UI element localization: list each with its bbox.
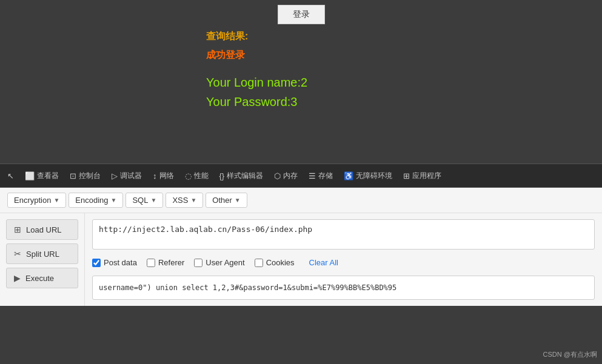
xss-chevron-icon: ▼ <box>190 197 196 204</box>
xss-dropdown[interactable]: XSS ▼ <box>166 193 203 208</box>
success-label: 成功登录 <box>206 49 307 62</box>
clear-all-button[interactable]: Clear All <box>309 258 338 267</box>
style-editor-icon: {} <box>219 171 225 180</box>
split-url-icon: ✂ <box>14 249 21 259</box>
user-agent-label: User Agent <box>206 258 244 267</box>
debugger-icon: ▷ <box>112 171 118 180</box>
query-label: 查询结果: <box>206 30 307 43</box>
tool-panel: Encryption ▼ Encoding ▼ SQL ▼ XSS ▼ Othe… <box>0 188 602 306</box>
post-data-checkbox[interactable] <box>92 259 101 267</box>
devtools-apps[interactable]: ⊞ 应用程序 <box>398 168 446 184</box>
sql-chevron-icon: ▼ <box>150 197 156 204</box>
inspector-label: 查看器 <box>37 171 59 181</box>
referer-checkbox[interactable] <box>147 259 155 267</box>
cookies-checkbox[interactable] <box>255 259 263 267</box>
console-label: 控制台 <box>79 171 101 181</box>
post-data-label: Post data <box>104 258 137 267</box>
other-chevron-icon: ▼ <box>235 197 241 204</box>
sql-label: SQL <box>132 196 148 205</box>
encryption-chevron-icon: ▼ <box>53 197 59 204</box>
devtools-bar: ↖ ⬜ 查看器 ⊡ 控制台 ▷ 调试器 ↕ 网络 ◌ 性能 {} 样式编辑器 ⬡… <box>0 164 602 188</box>
console-icon: ⊡ <box>70 171 76 180</box>
devtools-debugger[interactable]: ▷ 调试器 <box>107 168 147 184</box>
encryption-dropdown[interactable]: Encryption ▼ <box>7 193 66 208</box>
devtools-cursor[interactable]: ↖ <box>2 169 19 183</box>
apps-icon: ⊞ <box>403 171 410 180</box>
login-name-line: Your Login name:2 <box>206 73 307 92</box>
cookies-label: Cookies <box>266 258 295 267</box>
login-box: 登录 <box>278 0 325 24</box>
network-icon: ↕ <box>153 171 157 180</box>
content-area: Post data Referer User Agent Cookies Cle… <box>85 213 602 306</box>
login-info: Your Login name:2 Your Password:3 <box>206 73 307 111</box>
sql-dropdown[interactable]: SQL ▼ <box>125 193 163 208</box>
performance-label: 性能 <box>194 171 209 181</box>
apps-label: 应用程序 <box>412 171 441 181</box>
load-url-button[interactable]: ⊞ Load URL <box>6 219 78 240</box>
encryption-label: Encryption <box>14 196 51 205</box>
accessibility-label: 无障碍环境 <box>356 171 392 181</box>
accessibility-icon: ♿ <box>344 171 353 180</box>
url-input[interactable] <box>92 219 595 250</box>
checkbox-row: Post data Referer User Agent Cookies Cle… <box>92 254 595 271</box>
storage-label: 存储 <box>318 171 333 181</box>
cookies-checkbox-item[interactable]: Cookies <box>255 258 295 267</box>
referer-checkbox-item[interactable]: Referer <box>147 258 184 267</box>
encoding-label: Encoding <box>75 196 108 205</box>
storage-icon: ☰ <box>309 171 316 180</box>
encoding-chevron-icon: ▼ <box>111 197 117 204</box>
devtools-network[interactable]: ↕ 网络 <box>148 168 179 184</box>
devtools-accessibility[interactable]: ♿ 无障碍环境 <box>339 168 397 184</box>
devtools-style-editor[interactable]: {} 样式编辑器 <box>215 168 269 184</box>
main-content: ⊞ Load URL ✂ Split URL ▶ Execute Post da… <box>0 213 602 306</box>
execute-label: Execute <box>25 274 54 283</box>
other-label: Other <box>212 196 232 205</box>
encoding-dropdown[interactable]: Encoding ▼ <box>69 193 123 208</box>
devtools-storage[interactable]: ☰ 存储 <box>304 168 338 184</box>
watermark: CSDN @有点水啊 <box>543 350 597 359</box>
load-url-icon: ⊞ <box>14 225 21 234</box>
referer-label: Referer <box>158 258 184 267</box>
memory-label: 内存 <box>283 171 298 181</box>
performance-icon: ◌ <box>185 171 192 180</box>
query-result-section: 查询结果: 成功登录 Your Login name:2 Your Passwo… <box>206 30 307 111</box>
network-label: 网络 <box>159 171 174 181</box>
split-url-label: Split URL <box>26 250 59 259</box>
xss-label: XSS <box>172 196 188 205</box>
login-button[interactable]: 登录 <box>278 5 325 24</box>
cursor-tool-icon: ↖ <box>7 171 14 180</box>
split-url-button[interactable]: ✂ Split URL <box>6 243 78 264</box>
toolbar-row: Encryption ▼ Encoding ▼ SQL ▼ XSS ▼ Othe… <box>0 188 602 213</box>
execute-button[interactable]: ▶ Execute <box>6 268 78 288</box>
user-agent-checkbox[interactable] <box>194 259 202 267</box>
post-data-input[interactable] <box>92 276 595 300</box>
devtools-console[interactable]: ⊡ 控制台 <box>65 168 105 184</box>
devtools-performance[interactable]: ◌ 性能 <box>180 168 213 184</box>
devtools-memory[interactable]: ⬡ 内存 <box>269 168 303 184</box>
user-agent-checkbox-item[interactable]: User Agent <box>194 258 244 267</box>
execute-icon: ▶ <box>14 273 21 283</box>
browser-content: 登录 查询结果: 成功登录 Your Login name:2 Your Pas… <box>0 0 602 164</box>
load-url-label: Load URL <box>26 225 62 234</box>
memory-icon: ⬡ <box>274 171 281 180</box>
debugger-label: 调试器 <box>120 171 142 181</box>
devtools-inspector[interactable]: ⬜ 查看器 <box>20 168 64 184</box>
sidebar: ⊞ Load URL ✂ Split URL ▶ Execute <box>0 213 85 306</box>
other-dropdown[interactable]: Other ▼ <box>206 193 247 208</box>
password-line: Your Password:3 <box>206 92 307 111</box>
post-data-checkbox-item[interactable]: Post data <box>92 258 137 267</box>
style-editor-label: 样式编辑器 <box>227 171 263 181</box>
inspector-icon: ⬜ <box>25 171 35 180</box>
